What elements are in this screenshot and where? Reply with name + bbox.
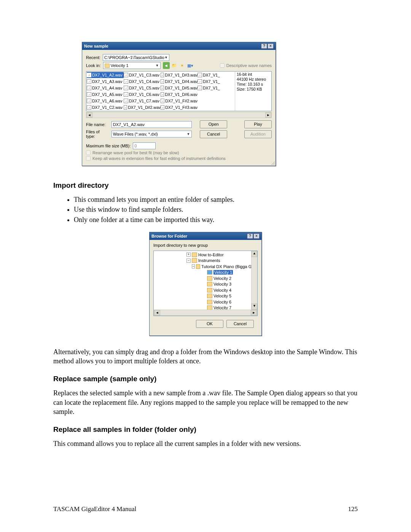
new-folder-icon[interactable]: ✶ <box>179 62 186 69</box>
file-item[interactable]: ♪DX7_V1_ <box>198 85 234 91</box>
tree-node-label: How to-Editor <box>198 252 224 257</box>
scroll-down-icon[interactable]: ▼ <box>252 304 257 310</box>
file-item[interactable]: ♪DX7_V1_C5.wav <box>124 85 161 91</box>
tree-node[interactable]: Velocity 4 <box>154 287 257 293</box>
tree-node[interactable]: Velocity 5 <box>154 293 257 299</box>
wave-file-icon: ♪ <box>161 86 164 90</box>
file-item[interactable]: ♪DX7_V1_C3.wav <box>124 72 161 78</box>
file-item-label: DX7_V1_A5.wav <box>92 92 122 97</box>
scroll-up-icon[interactable]: ▲ <box>252 251 257 257</box>
resize-grip-icon[interactable] <box>270 160 275 165</box>
list-item: Only one folder at a time can be importe… <box>74 215 358 224</box>
import-directory-list: This command lets you import an entire f… <box>74 195 358 224</box>
back-icon[interactable]: ◄ <box>163 62 170 69</box>
file-item[interactable]: ♪DX7_V1_C2.wav <box>87 104 124 110</box>
tree-node-label: Velocity 2 <box>213 276 231 281</box>
scroll-left-icon[interactable]: ◄ <box>86 112 92 118</box>
tree-node[interactable]: Velocity 3 <box>154 281 257 287</box>
tree-hscroll[interactable]: ◄ ► <box>154 310 257 316</box>
cancel-button[interactable]: Cancel <box>200 130 227 138</box>
close-icon[interactable]: × <box>268 43 274 49</box>
open-button[interactable]: Open <box>200 120 227 128</box>
file-item-label: DX7_V1_A3.wav <box>92 79 122 84</box>
browse-folder-dialog: Browse for Folder ? × Import directory t… <box>149 232 262 336</box>
file-item[interactable]: ♪DX7_V1_ <box>198 78 234 85</box>
file-item[interactable]: ♪DX7_V1_C4.wav <box>124 78 161 85</box>
file-item[interactable]: ♪DX7_V1_A4.wav <box>87 85 124 91</box>
view-menu-icon[interactable]: ▦▾ <box>187 62 194 69</box>
help-icon[interactable]: ? <box>261 43 267 49</box>
wave-file-icon: ♪ <box>124 79 128 84</box>
tree-node[interactable]: −Tutorial DX Piano (Bigga Gigg <box>154 264 257 270</box>
tree-node-label: Instruments <box>198 258 220 263</box>
scroll-right-icon[interactable]: ► <box>251 310 257 315</box>
close-icon[interactable]: × <box>253 233 260 239</box>
file-list-hscroll[interactable]: ◄ ► <box>86 112 272 118</box>
file-item-label: DX7_V1_F#3.wav <box>165 105 198 110</box>
folder-icon <box>105 64 110 68</box>
dialog-titlebar: Browse for Folder ? × <box>150 232 261 240</box>
tree-node-label: Tutorial DX Piano (Bigga Gigg <box>201 264 257 269</box>
folder-tree[interactable]: +How to-Editor−Instruments−Tutorial DX P… <box>153 251 258 316</box>
tree-node[interactable]: Velocity 1 <box>154 269 257 275</box>
footer-page-number: 125 <box>348 505 358 513</box>
scroll-left-icon[interactable]: ◄ <box>154 310 160 315</box>
tree-vscroll[interactable]: ▲ ▼ <box>251 251 257 310</box>
file-item[interactable]: ♪DX7_V1_ <box>198 72 234 78</box>
file-item[interactable]: ♪DX7_V1_F#2.wav <box>161 98 198 104</box>
collapse-icon[interactable]: − <box>192 264 195 268</box>
file-item-label: DX7_V1_D#3.wav <box>165 73 198 77</box>
file-item[interactable]: ♪DX7_V1_C7.wav <box>124 98 161 104</box>
file-item[interactable]: ♪DX7_V1_D#4.wav <box>161 78 198 85</box>
recent-label: Recent: <box>86 55 100 60</box>
recent-combo[interactable]: C:\PROGRA~1\Tascam\GStudio▼ <box>103 54 169 61</box>
folder-icon <box>207 294 212 298</box>
tree-node-label: Velocity 1 <box>213 270 233 275</box>
lookin-toolbar: ◄ 📁 ✶ ▦▾ <box>163 62 194 69</box>
list-item: Use this window to find sample folders. <box>74 205 358 214</box>
heading-replace-sample: Replace sample (sample only) <box>53 375 358 383</box>
file-item-label: DX7_V1_ <box>203 73 220 77</box>
wave-file-icon: ♪ <box>124 99 128 103</box>
file-item[interactable]: ♪DX7_V1_D#3.wav <box>161 72 198 78</box>
scroll-right-icon[interactable]: ► <box>265 112 271 118</box>
filename-field[interactable]: DX7_V1_A2.wav <box>112 121 192 128</box>
file-item[interactable]: ♪DX7_V1_F#3.wav <box>161 104 198 110</box>
tree-node[interactable]: +How to-Editor <box>154 252 257 258</box>
tree-node-label: Velocity 4 <box>213 288 231 292</box>
descriptive-names-checkbox[interactable]: Descriptive wave names <box>220 63 272 68</box>
maxsize-field[interactable]: 0 <box>133 142 156 149</box>
file-item-label: DX7_V1_F#2.wav <box>165 99 198 103</box>
audition-button[interactable]: Audition <box>244 130 272 138</box>
rearrange-checkbox[interactable]: Rearrange wave pool for best fit (may be… <box>86 150 272 155</box>
file-item[interactable]: ♪DX7_V1_D#5.wav <box>161 85 198 91</box>
heading-replace-all: Replace all samples in folder (folder on… <box>53 425 358 434</box>
file-item-label: DX7_V1_ <box>203 79 220 84</box>
file-item-label: DX7_V1_D#5.wav <box>165 86 198 90</box>
file-item[interactable]: ♪DX7_V1_A5.wav <box>87 91 124 97</box>
file-item[interactable]: ♪DX7_V1_D#6.wav <box>161 91 198 97</box>
file-item[interactable]: ♪DX7_V1_A2.wav <box>87 72 124 78</box>
file-item[interactable]: ♪DX7_V1_D#2.wav <box>124 104 161 110</box>
folder-icon <box>196 264 200 269</box>
tree-node[interactable]: Velocity 2 <box>154 275 257 281</box>
keep-waves-checkbox[interactable]: Keep all waves in extension files for fa… <box>86 156 272 161</box>
play-button[interactable]: Play <box>244 120 272 128</box>
lookin-combo[interactable]: Velocity 1▼ <box>103 62 161 69</box>
expand-icon[interactable]: + <box>186 252 191 257</box>
ok-button[interactable]: OK <box>196 320 223 328</box>
help-icon[interactable]: ? <box>247 233 253 239</box>
file-item[interactable]: ♪DX7_V1_A3.wav <box>87 78 124 85</box>
file-item[interactable]: ♪DX7_V1_C6.wav <box>124 91 161 97</box>
tree-node[interactable]: Velocity 6 <box>154 299 257 305</box>
collapse-icon[interactable]: − <box>186 259 191 263</box>
wave-file-icon: ♪ <box>161 99 164 103</box>
file-item[interactable]: ♪DX7_V1_A6.wav <box>87 98 124 104</box>
file-item-label: DX7_V1_D#2.wav <box>128 105 161 110</box>
page-footer: TASCAM GigaEditor 4 Manual 125 <box>53 505 358 513</box>
cancel-button[interactable]: Cancel <box>226 320 254 328</box>
up-icon[interactable]: 📁 <box>171 62 178 69</box>
filetype-combo[interactable]: Wave Files (*.wav, *.dxl)▼ <box>112 131 192 137</box>
tree-node[interactable]: −Instruments <box>154 257 257 264</box>
replace-sample-para: Replaces the selected sample with a new … <box>53 388 358 416</box>
